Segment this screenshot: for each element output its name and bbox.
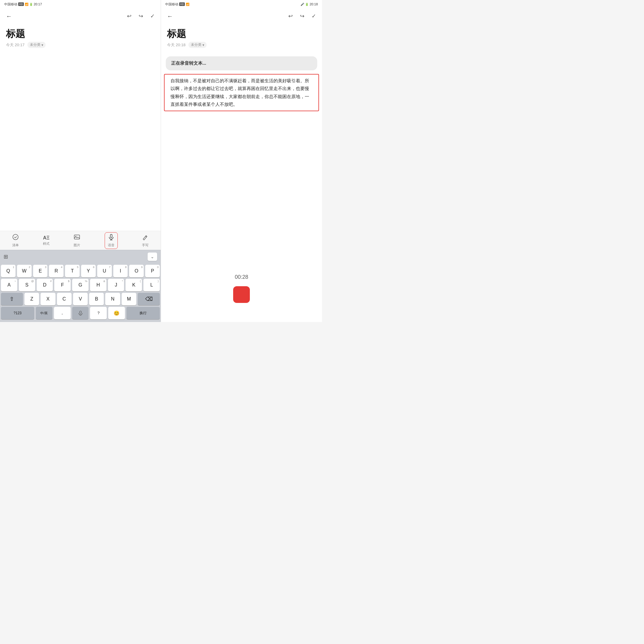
key-f[interactable]: $F (54, 279, 71, 291)
toolbar-left: ← ↩ ↪ ✓ (0, 8, 161, 24)
recording-banner: 正在录音转文本... (166, 56, 317, 70)
key-v[interactable]: V (73, 293, 88, 305)
transcribed-text[interactable]: 自我接纳，不是被对自己的不满驱赶着，而是被生活的美好吸引着。所以啊，许多过去的都… (164, 74, 319, 111)
handwrite-label: 手写 (142, 243, 148, 247)
key-o[interactable]: 9O (129, 265, 144, 277)
key-backspace[interactable]: ⌫ (138, 293, 160, 305)
style-icon: AΞ (43, 235, 49, 241)
note-category-left[interactable]: 未分类 ▾ (27, 42, 46, 48)
svg-rect-7 (80, 311, 81, 313)
status-bar-right: 中国移动 HD 📶 🎤 🔋 20:18 (161, 0, 322, 8)
back-button-left[interactable]: ← (6, 13, 12, 20)
carrier-right: 中国移动 (165, 2, 178, 7)
carrier-left: 中国移动 (4, 2, 17, 7)
toolbar-item-checklist[interactable]: 清单 (12, 234, 19, 247)
keyboard-row-3: ⇧ Z X C V B N M ⌫ (1, 293, 160, 305)
key-k[interactable]: (K (126, 279, 142, 291)
keyboard-row-2: ~A @S #D $F %G &H *J (K )L (1, 279, 160, 291)
style-label: 样式 (43, 241, 49, 246)
key-l[interactable]: )L (143, 279, 160, 291)
voice-icon (108, 234, 114, 242)
note-date-left: 今天 20:17 (6, 42, 24, 48)
key-x[interactable]: X (41, 293, 55, 305)
toolbar-item-image[interactable]: 图片 (74, 234, 80, 247)
redo-button-left[interactable]: ↪ (139, 13, 143, 19)
toolbar-item-style[interactable]: AΞ 样式 (43, 235, 49, 246)
toolbar-item-voice[interactable]: 语音 (105, 232, 118, 249)
back-button-right[interactable]: ← (167, 13, 173, 20)
confirm-button-right[interactable]: ✓ (312, 13, 316, 19)
note-category-right[interactable]: 未分类 ▾ (188, 42, 207, 48)
note-title-right[interactable]: 标题 (161, 24, 322, 42)
note-meta-right: 今天 20:18 未分类 ▾ (161, 42, 322, 53)
key-m[interactable]: M (122, 293, 136, 305)
key-comma[interactable]: ， (54, 307, 71, 319)
recording-timer: 00:28 (161, 274, 322, 284)
key-i[interactable]: 8I (113, 265, 128, 277)
keyboard-row-4: ?123 中/英 ， ？ 😊 换行 (1, 307, 160, 319)
keyboard-row-1: 1Q 2W 3E 4R 5T 6Y 7U 8I 9O 0P (1, 265, 160, 277)
key-numeric[interactable]: ?123 (1, 307, 34, 319)
confirm-button-left[interactable]: ✓ (150, 13, 155, 19)
key-s[interactable]: @S (19, 279, 35, 291)
key-y[interactable]: 6Y (81, 265, 96, 277)
chevron-down-icon: ▾ (41, 43, 43, 47)
stop-recording-button[interactable] (233, 286, 250, 303)
key-d[interactable]: #D (37, 279, 53, 291)
key-e[interactable]: 3E (33, 265, 48, 277)
key-n[interactable]: N (105, 293, 120, 305)
svg-rect-3 (110, 234, 112, 238)
key-a[interactable]: ~A (1, 279, 17, 291)
key-u[interactable]: 7U (97, 265, 112, 277)
key-c[interactable]: C (57, 293, 72, 305)
keyboard-hide-button[interactable]: ⌄ (148, 253, 157, 261)
undo-button-right[interactable]: ↩ (288, 13, 293, 19)
left-panel: 中国移动 HD 📶 🔋 20:17 ← ↩ ↪ ✓ 标题 今天 20:17 未分… (0, 0, 161, 322)
key-b[interactable]: B (89, 293, 104, 305)
keyboard-grid-icon[interactable]: ⊞ (4, 253, 8, 260)
key-emoji[interactable]: 😊 (108, 307, 125, 319)
svg-rect-1 (74, 235, 80, 239)
key-mic[interactable] (72, 307, 89, 319)
voice-label: 语音 (108, 243, 114, 247)
keyboard: 1Q 2W 3E 4R 5T 6Y 7U 8I 9O 0P ~A @S #D $… (0, 263, 161, 322)
image-label: 图片 (74, 243, 80, 247)
key-q[interactable]: 1Q (1, 265, 16, 277)
key-p[interactable]: 0P (145, 265, 160, 277)
keyboard-top-row: ⊞ ⌄ (0, 250, 161, 263)
status-bar-left: 中国移动 HD 📶 🔋 20:17 (0, 0, 161, 8)
key-r[interactable]: 4R (49, 265, 64, 277)
key-g[interactable]: %G (72, 279, 89, 291)
key-lang[interactable]: 中/英 (36, 307, 52, 319)
key-t[interactable]: 5T (65, 265, 80, 277)
bottom-toolbar: 清单 AΞ 样式 图片 语音 手写 (0, 231, 161, 250)
handwrite-icon (142, 234, 148, 242)
toolbar-right: ← ↩ ↪ ✓ (161, 8, 322, 24)
svg-point-0 (13, 234, 18, 240)
note-title-left[interactable]: 标题 (0, 24, 161, 42)
image-icon (74, 234, 80, 242)
time-right: 20:18 (309, 2, 318, 6)
note-content-left[interactable] (0, 53, 161, 231)
undo-button-left[interactable]: ↩ (127, 13, 131, 19)
note-date-right: 今天 20:18 (167, 42, 185, 48)
toolbar-item-handwrite[interactable]: 手写 (142, 234, 148, 247)
key-h[interactable]: &H (90, 279, 106, 291)
note-meta-left: 今天 20:17 未分类 ▾ (0, 42, 161, 53)
key-shift[interactable]: ⇧ (1, 293, 23, 305)
key-j[interactable]: *J (108, 279, 124, 291)
redo-button-right[interactable]: ↪ (300, 13, 304, 19)
right-panel: 中国移动 HD 📶 🎤 🔋 20:18 ← ↩ ↪ ✓ 标题 今天 20:18 … (161, 0, 322, 322)
key-w[interactable]: 2W (17, 265, 32, 277)
key-z[interactable]: Z (24, 293, 39, 305)
chevron-down-icon-right: ▾ (202, 43, 204, 47)
key-enter[interactable]: 换行 (126, 307, 160, 319)
svg-line-6 (145, 236, 146, 237)
checklist-label: 清单 (12, 243, 19, 247)
time-left: 20:17 (34, 2, 42, 6)
key-question[interactable]: ？ (90, 307, 107, 319)
checklist-icon (12, 234, 19, 242)
